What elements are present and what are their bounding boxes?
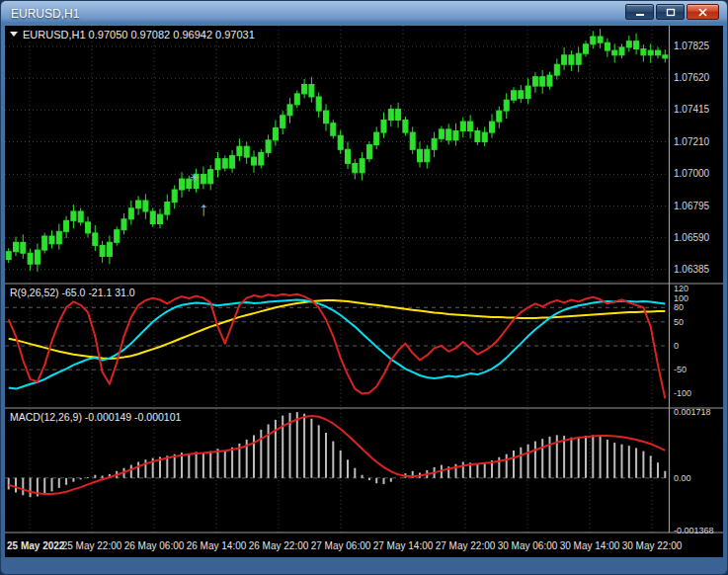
svg-text:-50: -50 xyxy=(674,365,687,374)
symbol-header: EURUSD,H1 0.97050 0.97082 0.96942 0.9703… xyxy=(10,29,255,41)
close-button[interactable] xyxy=(687,4,719,20)
svg-text:30 May 22:00: 30 May 22:00 xyxy=(622,540,683,551)
time-axis: 25 May 202225 May 22:0026 May 06:0026 Ma… xyxy=(7,540,683,551)
chart-area[interactable]: 1.078251.076201.074151.072101.070001.067… xyxy=(5,26,723,557)
svg-text:1.07210: 1.07210 xyxy=(674,136,710,147)
svg-text:27 May 06:00: 27 May 06:00 xyxy=(311,540,371,551)
chart-canvas[interactable]: 1.078251.076201.074151.072101.070001.067… xyxy=(5,26,723,557)
svg-text:-100: -100 xyxy=(674,388,691,398)
buy-arrow-icon: ↑ xyxy=(199,198,208,219)
svg-text:0.001718: 0.001718 xyxy=(674,407,711,417)
oscillator-label: R(9,26,52) -65.0 -21.1 31.0 xyxy=(10,287,135,298)
svg-text:1.07000: 1.07000 xyxy=(674,168,710,179)
svg-text:1.06795: 1.06795 xyxy=(674,201,710,211)
window-title: EURUSD,H1 xyxy=(11,7,79,21)
svg-text:30 May 06:00: 30 May 06:00 xyxy=(498,540,558,551)
close-icon xyxy=(698,8,707,17)
window-controls xyxy=(625,4,719,20)
ohlc-label: EURUSD,H1 0.97050 0.97082 0.96942 0.9703… xyxy=(23,29,255,41)
minimize-icon xyxy=(635,8,645,17)
minimize-button[interactable] xyxy=(625,4,654,20)
svg-text:27 May 14:00: 27 May 14:00 xyxy=(373,540,434,551)
svg-text:25 May 2022: 25 May 2022 xyxy=(7,540,65,551)
svg-text:26 May 14:00: 26 May 14:00 xyxy=(187,540,247,551)
svg-text:0.00: 0.00 xyxy=(674,473,691,483)
chart-window: EURUSD,H1 1.078251.076201.074151.072101.… xyxy=(0,0,728,575)
svg-text:30 May 14:00: 30 May 14:00 xyxy=(560,540,620,551)
svg-text:1.07620: 1.07620 xyxy=(674,72,710,83)
restore-icon xyxy=(666,8,676,17)
svg-text:80: 80 xyxy=(674,302,684,312)
svg-text:1.07415: 1.07415 xyxy=(674,104,710,115)
svg-text:26 May 06:00: 26 May 06:00 xyxy=(124,540,185,551)
title-bar[interactable]: EURUSD,H1 xyxy=(5,1,723,26)
svg-text:1.06385: 1.06385 xyxy=(674,264,710,275)
svg-text:50: 50 xyxy=(674,317,684,327)
restore-button[interactable] xyxy=(656,4,685,20)
svg-text:100: 100 xyxy=(674,293,688,303)
svg-text:120: 120 xyxy=(674,284,688,293)
svg-text:26 May 22:00: 26 May 22:00 xyxy=(249,540,309,551)
svg-text:-0.001368: -0.001368 xyxy=(674,526,714,535)
macd-label: MACD(12,26,9) -0.000149 -0.000101 xyxy=(10,411,182,423)
svg-text:1.07825: 1.07825 xyxy=(674,41,710,51)
svg-text:25 May 22:00: 25 May 22:00 xyxy=(62,540,122,551)
svg-text:1.06590: 1.06590 xyxy=(674,232,710,243)
svg-text:27 May 22:00: 27 May 22:00 xyxy=(436,540,496,551)
buy-star-icon: ✳ xyxy=(190,171,200,185)
svg-text:0: 0 xyxy=(674,341,679,351)
